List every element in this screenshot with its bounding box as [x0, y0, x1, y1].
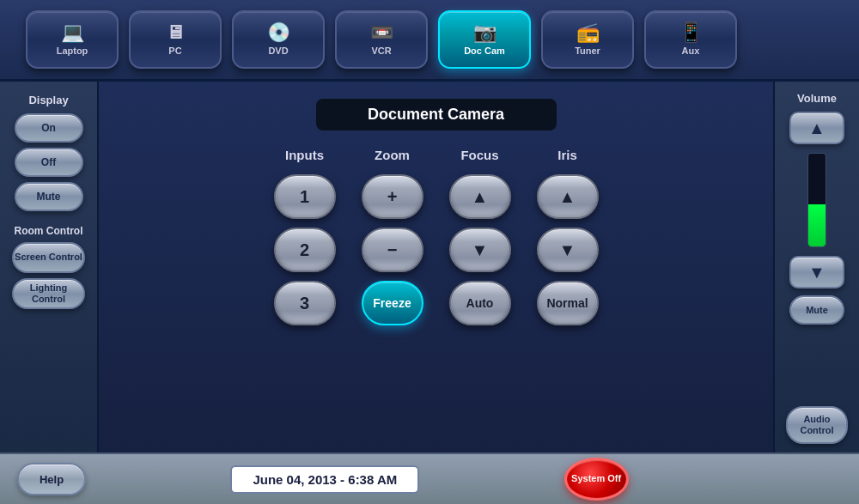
datetime-display: June 04, 2013 - 6:38 AM: [230, 465, 419, 494]
tab-doccam-label: Doc Cam: [464, 46, 505, 56]
right-sidebar: Volume ▲ ▼ Mute Audio Control: [773, 82, 859, 452]
volume-bar: [807, 153, 826, 247]
display-off-button[interactable]: Off: [15, 148, 83, 177]
focus-down-button[interactable]: ▼: [449, 228, 511, 272]
tab-vcr[interactable]: 📼 VCR: [335, 10, 428, 69]
tab-dvd-label: DVD: [268, 46, 288, 56]
iris-column: Iris ▲ ▼ Normal: [537, 148, 599, 325]
zoom-column: Zoom + − Freeze: [362, 148, 423, 325]
system-off-button[interactable]: System Off: [564, 458, 629, 501]
focus-column: Focus ▲ ▼ Auto: [449, 148, 511, 325]
panel-title: Document Camera: [316, 99, 557, 131]
audio-control-button[interactable]: Audio Control: [786, 406, 848, 444]
tab-pc[interactable]: 🖥 PC: [129, 10, 222, 69]
lighting-control-button[interactable]: Lighting Control: [12, 278, 85, 309]
tab-pc-label: PC: [168, 46, 181, 56]
tab-vcr-label: VCR: [371, 46, 391, 56]
input-3-button[interactable]: 3: [274, 281, 336, 325]
input-2-button[interactable]: 2: [274, 228, 336, 272]
doccam-icon: 📷: [473, 23, 497, 42]
center-panel: Document Camera Inputs 1 2 3 Zoom +: [99, 82, 773, 452]
tab-aux-label: Aux: [682, 46, 700, 56]
help-button[interactable]: Help: [17, 463, 86, 495]
iris-normal-button[interactable]: Normal: [537, 281, 599, 325]
iris-down-button[interactable]: ▼: [537, 228, 599, 272]
inputs-column: Inputs 1 2 3: [274, 148, 336, 325]
volume-up-button[interactable]: ▲: [789, 112, 844, 144]
display-label: Display: [28, 94, 68, 106]
laptop-icon: 💻: [61, 23, 84, 42]
display-mute-button[interactable]: Mute: [15, 182, 83, 211]
tab-laptop-label: Laptop: [57, 46, 88, 56]
tab-aux[interactable]: 📱 Aux: [644, 10, 737, 69]
focus-auto-button[interactable]: Auto: [449, 281, 511, 325]
tab-dvd[interactable]: 💿 DVD: [232, 10, 325, 69]
volume-down-button[interactable]: ▼: [789, 256, 844, 288]
left-sidebar: Display On Off Mute Room Control Screen …: [0, 82, 99, 452]
volume-fill: [808, 204, 825, 246]
zoom-plus-button[interactable]: +: [362, 174, 423, 219]
volume-mute-button[interactable]: Mute: [789, 295, 844, 325]
focus-label: Focus: [460, 148, 498, 162]
iris-up-button[interactable]: ▲: [537, 174, 599, 219]
focus-up-button[interactable]: ▲: [449, 174, 511, 219]
tab-doccam[interactable]: 📷 Doc Cam: [438, 10, 531, 69]
display-on-button[interactable]: On: [15, 113, 83, 143]
tab-laptop[interactable]: 💻 Laptop: [26, 10, 119, 69]
freeze-button[interactable]: Freeze: [362, 281, 423, 325]
room-control-label: Room Control: [15, 225, 83, 237]
input-1-button[interactable]: 1: [274, 174, 336, 219]
volume-label: Volume: [797, 92, 837, 105]
screen-control-button[interactable]: Screen Control: [12, 242, 85, 273]
tab-tuner[interactable]: 📻 Tuner: [541, 10, 634, 69]
controls-grid: Inputs 1 2 3 Zoom + −: [125, 148, 747, 325]
top-tab-bar: 💻 Laptop 🖥 PC 💿 DVD 📼 VCR 📷 Doc Cam 📻 Tu…: [0, 0, 859, 82]
dvd-icon: 💿: [267, 23, 290, 42]
aux-icon: 📱: [679, 23, 703, 42]
tab-tuner-label: Tuner: [575, 46, 600, 56]
main-area: Display On Off Mute Room Control Screen …: [0, 82, 859, 452]
pc-icon: 🖥: [166, 23, 185, 42]
zoom-label: Zoom: [375, 148, 410, 162]
tuner-icon: 📻: [576, 23, 600, 42]
vcr-icon: 📼: [370, 23, 393, 42]
bottom-bar: Help June 04, 2013 - 6:38 AM System Off: [0, 452, 859, 504]
inputs-label: Inputs: [285, 148, 324, 162]
zoom-minus-button[interactable]: −: [362, 228, 423, 272]
iris-label: Iris: [557, 148, 577, 162]
